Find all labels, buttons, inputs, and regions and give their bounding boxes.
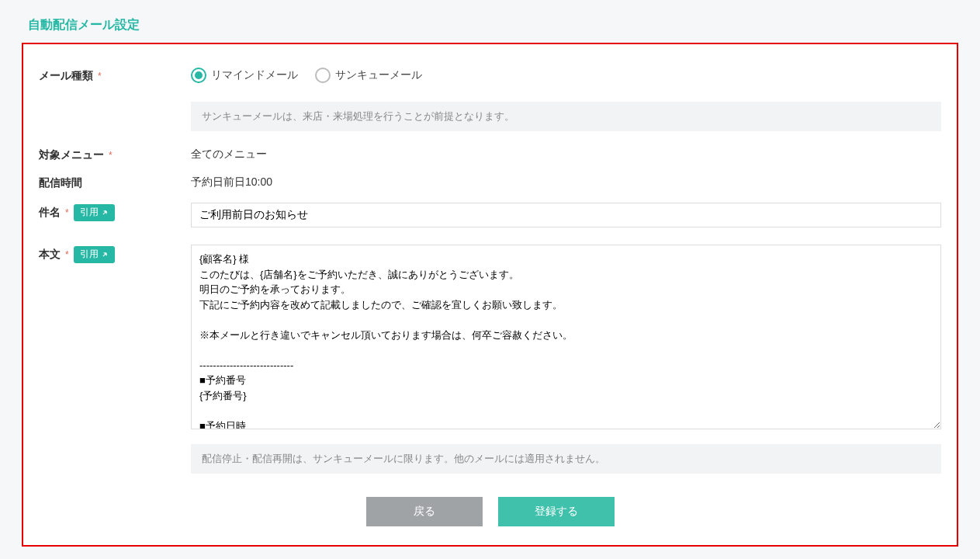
body-textarea[interactable] [191, 245, 941, 429]
body-note: 配信停止・配信再開は、サンキューメールに限ります。他のメールには適用されません。 [191, 444, 941, 474]
external-link-icon [101, 209, 109, 217]
mail-type-label: メール種類 [39, 69, 93, 83]
submit-button[interactable]: 登録する [498, 497, 615, 526]
required-mark: * [109, 150, 113, 161]
delivery-time-label: 配信時間 [39, 176, 82, 190]
page-title: 自動配信メール設定 [0, 0, 980, 43]
body-label: 本文 [39, 248, 61, 262]
back-button[interactable]: 戻る [366, 497, 483, 526]
radio-thankyou-mail[interactable]: サンキューメール [315, 68, 422, 83]
subject-label: 件名 [39, 206, 61, 220]
button-bar: 戻る 登録する [39, 497, 941, 526]
radio-thankyou-label: サンキューメール [335, 68, 422, 82]
radio-remind-label: リマインドメール [211, 68, 298, 82]
form-container: メール種類 * リマインドメール サンキューメール サ [22, 43, 958, 547]
body-quote-button[interactable]: 引用 [74, 246, 115, 263]
radio-remind-mail[interactable]: リマインドメール [191, 68, 298, 83]
mail-type-note: サンキューメールは、来店・来場処理を行うことが前提となります。 [191, 102, 941, 131]
quote-button-label: 引用 [80, 206, 99, 219]
radio-icon-selected [191, 68, 206, 83]
target-menu-value: 全てのメニュー [191, 147, 941, 161]
required-mark: * [65, 207, 69, 218]
required-mark: * [98, 71, 102, 82]
subject-input[interactable] [191, 203, 941, 227]
mail-type-radio-group: リマインドメール サンキューメール [191, 68, 941, 83]
external-link-icon [101, 251, 109, 259]
required-mark: * [65, 249, 69, 260]
radio-icon-unselected [315, 68, 331, 83]
quote-button-label: 引用 [80, 248, 99, 261]
subject-quote-button[interactable]: 引用 [74, 204, 115, 221]
delivery-time-value: 予約日前日10:00 [191, 175, 941, 189]
target-menu-label: 対象メニュー [39, 148, 104, 162]
